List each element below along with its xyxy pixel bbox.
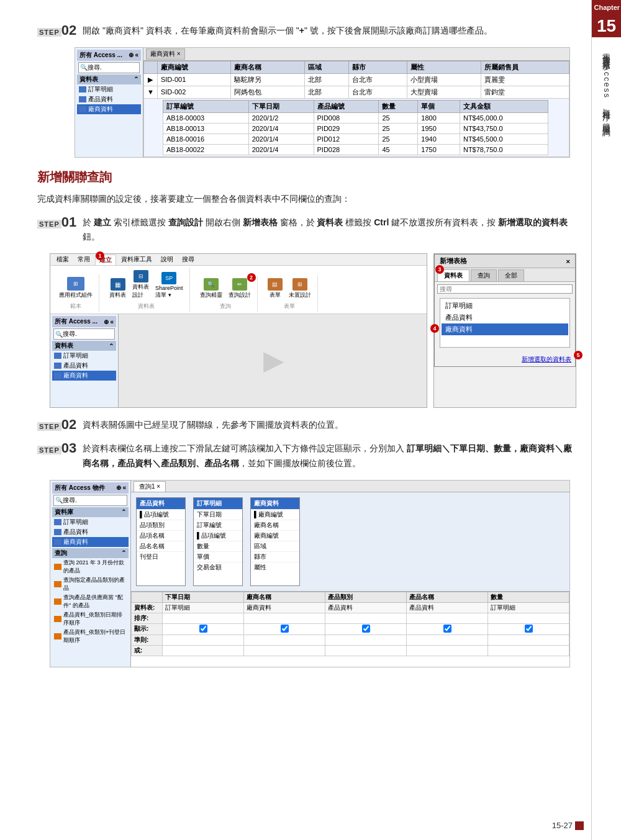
dialog-footer: 新增選取的資料表 5 xyxy=(435,353,575,366)
form-design-icon: ⊞ xyxy=(292,278,307,291)
cell-region2: 北部 xyxy=(304,86,348,98)
nav3-products-label: 產品資料 xyxy=(63,528,88,536)
nav3-query1[interactable]: 查詢 2021 年 3 月份付款的產品 xyxy=(52,558,129,576)
qg-cell-show1[interactable] xyxy=(163,623,244,635)
qg-row-datasource: 資料表: 訂單明細 廠商資料 產品資料 產品資料 訂單明細 xyxy=(132,602,569,613)
dialog-close-btn[interactable]: × xyxy=(566,258,570,265)
qg-cell-or5 xyxy=(488,645,569,656)
sub-cell: 1950 xyxy=(418,123,460,133)
btn-query-wizard[interactable]: 🔍 查詢精靈 xyxy=(197,277,225,300)
top-data-area: 廠商資料 × 廠商編號 廠商名稱 區域 縣市 屬性 所屬銷售員 xyxy=(143,48,569,157)
nav3-query5[interactable]: 產品資料_依類別+刊登日期順序 xyxy=(52,628,129,645)
tab-create[interactable]: 建立 1 xyxy=(95,255,116,265)
nav2-item-orders[interactable]: 訂單明細 xyxy=(52,351,116,361)
rel-field-v2: 廠商名稱 xyxy=(251,520,299,530)
nav2-search[interactable]: 🔍 搜尋. xyxy=(53,328,115,340)
qg-cell-or1 xyxy=(163,645,244,656)
btn-form[interactable]: ▤ 表單 xyxy=(265,277,285,300)
ribbon-content: ⊞ 應用程式組件 範本 ▦ 資料表 ⊟ 資料表設計 xyxy=(50,266,427,314)
step02-top-block: STEP 02 開啟 "廠商資料" 資料表，在每筆廠商資料前會顯示一個 "+" … xyxy=(37,24,576,38)
qg-cell-show3[interactable] xyxy=(325,623,407,635)
btn-table[interactable]: ▦ 資料表 xyxy=(107,277,129,300)
dialog-titlebar: 新增表格 × xyxy=(435,255,575,268)
table2-icon-orders xyxy=(54,353,61,359)
tab-search[interactable]: 搜尋 xyxy=(178,255,198,265)
tab-home[interactable]: 常用 xyxy=(74,255,94,265)
nav3-table-label: 資料庫 xyxy=(55,508,73,517)
qg-row-sort: 排序: xyxy=(132,613,569,623)
show-checkbox-2[interactable] xyxy=(281,625,289,633)
nav2-search-label: 搜尋. xyxy=(63,330,77,338)
nav-item-products[interactable]: 產品資料 xyxy=(77,94,141,104)
sharepoint-icon: SP xyxy=(161,272,176,284)
col-sales: 所屬銷售員 xyxy=(481,61,569,73)
nav3-item-products[interactable]: 產品資料 xyxy=(52,527,129,537)
cell-sales2: 雷鈞堂 xyxy=(481,86,569,98)
nav3-query-toggle: ⌃ xyxy=(121,549,126,556)
query-tabbar: 查詢1 × xyxy=(131,481,569,492)
rel-field-p4: 品名名稱 xyxy=(137,541,185,551)
dialog-tab-table[interactable]: 資料表 3 xyxy=(437,269,469,281)
add-selected-btn[interactable]: 新增選取的資料表 5 xyxy=(522,356,571,363)
nav2-item-vendors[interactable]: 廠商資料 xyxy=(52,371,116,381)
nav3-query-label: 查詢 xyxy=(55,549,67,558)
btn-app-parts[interactable]: ⊞ 應用程式組件 xyxy=(57,276,95,300)
step01-screenshot: 檔案 常用 建立 1 資料庫工具 說明 搜尋 ⊞ 應用程式組件 範本 xyxy=(50,253,576,408)
query3-icon1 xyxy=(54,564,61,570)
btn-form-design[interactable]: ⊞ 未置設計 xyxy=(286,277,314,300)
qg-cell-sort2 xyxy=(244,613,325,623)
dialog-tab-all[interactable]: 全部 xyxy=(498,269,524,281)
cell-city: 台北市 xyxy=(348,73,407,86)
btn-table-label: 資料表 xyxy=(109,291,126,299)
nav-item-vendors[interactable]: 廠商資料 xyxy=(77,104,141,114)
qg-cell-show4[interactable] xyxy=(407,623,488,635)
expand-btn[interactable]: ▶ xyxy=(144,73,158,86)
tab-file[interactable]: 檔案 xyxy=(53,255,73,265)
sub-cell: 25 xyxy=(379,133,418,144)
table2-icon-products xyxy=(54,363,61,369)
query-tab[interactable]: 查詢1 × xyxy=(134,481,166,492)
dialog-list-item-vendors[interactable]: 廠商資料 4 xyxy=(442,323,568,335)
btn-form-design-label: 未置設計 xyxy=(289,291,311,299)
table-icon-vendors xyxy=(79,106,86,112)
nav2-toggle: ⌃ xyxy=(109,343,114,350)
nav3-item-orders[interactable]: 訂單明細 xyxy=(52,517,129,527)
show-checkbox-5[interactable] xyxy=(525,625,533,633)
sub-cell: 25 xyxy=(379,112,418,123)
nav3-query4[interactable]: 產品資料_依類別日期排序順序 xyxy=(52,610,129,628)
qg-cell-show5[interactable] xyxy=(488,623,569,635)
nav2-item-products[interactable]: 產品資料 xyxy=(52,361,116,371)
btn-sharepoint-label: SharePoint清單 ▾ xyxy=(155,285,183,299)
show-checkbox-1[interactable] xyxy=(199,625,207,633)
nav3-item-vendors[interactable]: 廠商資料 xyxy=(52,537,129,547)
btn-query-design[interactable]: ✏ 查詢設計 2 xyxy=(226,277,253,300)
qg-cell-c3 xyxy=(325,635,407,645)
nav3-query2[interactable]: 查詢指定產品品類別的產品 xyxy=(52,576,129,593)
qg-cell-show2[interactable] xyxy=(244,623,325,635)
sub-cell: PID008 xyxy=(314,112,379,123)
dialog-tab-query[interactable]: 查詢 xyxy=(471,269,497,281)
nav3-query3[interactable]: 查詢產品是供應商當 "配件" 的產品 xyxy=(52,593,129,610)
nav-item-vendors-label: 廠商資料 xyxy=(88,105,113,114)
dialog-list-item-orders[interactable]: 訂單明細 xyxy=(442,300,568,312)
query3-icon3 xyxy=(54,598,61,605)
sub-cell: 1750 xyxy=(418,144,460,155)
tab-help[interactable]: 說明 xyxy=(157,255,177,265)
dialog-list-item-products[interactable]: 產品資料 xyxy=(442,312,568,323)
btn-sharepoint[interactable]: SP SharePoint清單 ▾ xyxy=(153,271,186,300)
nav-search-box[interactable]: 🔍 搜尋. xyxy=(78,62,140,73)
show-checkbox-3[interactable] xyxy=(362,625,370,633)
step01-block: STEP 01 於 建立 索引標籤選按 查詢設計 開啟右側 新增表格 窗格，於 … xyxy=(37,215,576,245)
nav-item-orders[interactable]: 訂單明細 xyxy=(77,84,141,94)
expand-btn-open[interactable]: ▼ xyxy=(144,86,158,98)
qg-cell-ds3: 產品資料 xyxy=(325,602,407,613)
sub-cell: 2020/1/4 xyxy=(248,133,314,144)
nav3-search[interactable]: 🔍 搜尋. xyxy=(53,495,127,506)
show-checkbox-4[interactable] xyxy=(443,625,451,633)
chapter-number: 15 xyxy=(592,15,622,37)
btn-table-design[interactable]: ⊟ 資料表設計 xyxy=(130,269,152,300)
dialog-search-input[interactable] xyxy=(437,284,573,294)
rel-field-v4: 區域 xyxy=(251,541,299,551)
nav3-query4-label: 產品資料_依類別日期排序順序 xyxy=(63,611,127,627)
tab-dbtools[interactable]: 資料庫工具 xyxy=(117,255,156,265)
